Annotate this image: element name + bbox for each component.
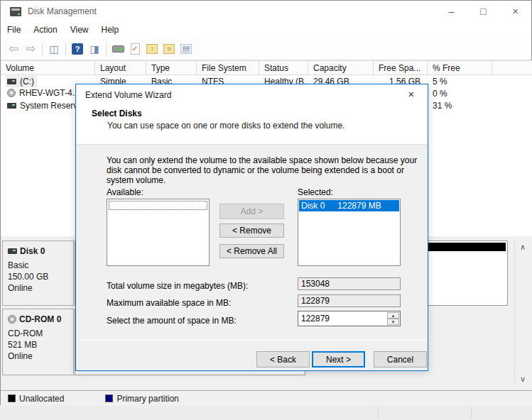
max-space-field: 122879 (298, 294, 401, 307)
forward-icon[interactable]: ⇨ (23, 42, 38, 56)
menu-bar: File Action View Help (1, 22, 531, 38)
cancel-button[interactable]: Cancel (374, 351, 427, 368)
available-listbox[interactable] (107, 199, 210, 266)
focus-rect (109, 201, 207, 210)
selected-disk-size: 122879 MB (337, 201, 381, 211)
max-space-label: Maximum available space in MB: (107, 298, 231, 308)
remove-all-button[interactable]: < Remove All (219, 244, 284, 258)
task-list-icon[interactable]: ▤ (180, 44, 192, 54)
spin-up-icon[interactable]: ▲ (387, 312, 399, 319)
cdrom-name: CD-ROM 0 (19, 314, 61, 325)
toolbar-separator (42, 43, 43, 55)
amount-value[interactable]: 122879 (301, 314, 330, 324)
disk0-name: Disk 0 (20, 245, 45, 257)
disk0-size: 150.00 GB (8, 271, 73, 282)
help-icon[interactable]: ? (72, 43, 83, 55)
column-header-blank (492, 61, 532, 74)
amount-spinner[interactable]: 122879 ▲ ▼ (298, 311, 401, 326)
menu-action[interactable]: Action (27, 23, 63, 37)
maximize-button[interactable]: □ (467, 1, 499, 22)
cell-pct-free: 0 % (428, 89, 492, 99)
menu-view[interactable]: View (64, 23, 95, 37)
volume-list-header: Volume Layout Type File System Status Ca… (1, 60, 532, 75)
minimize-button[interactable]: – (435, 1, 467, 22)
available-label: Available: (107, 187, 143, 197)
dialog-separator (76, 340, 428, 341)
legend-unallocated: Unallocated (19, 394, 64, 404)
legend-bar: Unallocated Primary partition (1, 390, 532, 406)
window-title: Disk Management (28, 6, 97, 16)
column-header-file-system[interactable]: File System (197, 61, 259, 74)
toolbar: ⇦ ⇨ ◫ ? ◨ ✓ ↑ ○ ▤ (1, 38, 531, 60)
cdrom-status: Online (8, 350, 73, 362)
primary-partition-swatch (105, 394, 113, 402)
unallocated-swatch (8, 394, 16, 402)
disk0-status: Online (8, 282, 73, 294)
back-icon[interactable]: ⇦ (6, 42, 21, 56)
volume-icon (7, 79, 16, 84)
remove-button[interactable]: < Remove (219, 223, 284, 238)
cd-volume-icon (7, 89, 16, 97)
next-button[interactable]: Next > (312, 351, 365, 368)
show-action-pane-icon[interactable]: ◨ (87, 42, 102, 56)
dialog-instruction: You can only extend the volume to the av… (107, 155, 418, 185)
dialog-close-icon[interactable]: × (404, 88, 418, 100)
column-header-pct-free[interactable]: % Free (428, 61, 492, 74)
column-header-layout[interactable]: Layout (95, 61, 146, 74)
dialog-subheading: You can use space on one or more disks t… (107, 121, 344, 131)
column-header-volume[interactable]: Volume (1, 61, 95, 74)
volume-icon (7, 103, 16, 109)
graph-scrollbar[interactable]: ∧ ∨ (514, 241, 531, 386)
dialog-heading: Select Disks (92, 109, 142, 118)
cdrom-label-panel[interactable]: CD-ROM 0 CD-ROM 521 MB Online (2, 309, 74, 375)
scroll-down-icon[interactable]: ∨ (515, 375, 531, 384)
add-button: Add > (219, 204, 284, 219)
disk0-type: Basic (8, 260, 73, 271)
cell-pct-free: 5 % (428, 77, 492, 87)
taskbar-divider (378, 407, 379, 419)
cdrom-size: 521 MB (8, 339, 73, 350)
total-size-label: Total volume size in megabytes (MB): (107, 281, 248, 291)
disk-icon (8, 248, 17, 254)
cell-pct-free: 31 % (428, 101, 492, 111)
check-task-icon[interactable]: ✓ (131, 43, 140, 55)
scroll-up-icon[interactable]: ∧ (515, 243, 531, 252)
folder-up-icon[interactable]: ↑ (146, 44, 158, 54)
volume-name: RHEV-WGT-4.1- (19, 88, 82, 98)
title-bar: Disk Management – □ × (1, 1, 531, 22)
cdrom-type: CD-ROM (8, 328, 73, 339)
toolbar-separator (106, 43, 107, 55)
total-size-field: 153048 (298, 277, 401, 290)
column-header-status[interactable]: Status (259, 61, 308, 74)
selected-label: Selected: (298, 187, 333, 197)
column-header-capacity[interactable]: Capacity (308, 61, 374, 74)
extend-volume-wizard-dialog: Extend Volume Wizard × Select Disks You … (75, 84, 428, 371)
column-header-type[interactable]: Type (146, 61, 197, 74)
selected-disk-name: Disk 0 (301, 201, 325, 211)
taskbar-divider (471, 407, 472, 419)
disk-properties-icon[interactable] (112, 45, 124, 52)
selected-listbox[interactable]: Disk 0 122879 MB (298, 199, 401, 266)
disk0-label-panel[interactable]: Disk 0 Basic 150.00 GB Online (2, 241, 74, 306)
folder-search-icon[interactable]: ○ (163, 44, 175, 54)
dialog-header: Extend Volume Wizard × Select Disks You … (76, 84, 428, 145)
disk-management-icon (10, 7, 21, 16)
back-button[interactable]: < Back (256, 351, 310, 368)
spin-down-icon[interactable]: ▼ (387, 319, 399, 325)
toolbar-separator (65, 43, 66, 55)
close-button[interactable]: × (499, 1, 531, 22)
dialog-title: Extend Volume Wizard (85, 90, 171, 100)
cd-icon (8, 315, 16, 324)
menu-help[interactable]: Help (95, 23, 126, 37)
column-header-free-space[interactable]: Free Spa... (374, 61, 428, 74)
disk-management-window: Disk Management – □ × File Action View H… (0, 0, 532, 405)
show-console-tree-icon[interactable]: ◫ (46, 42, 62, 56)
amount-label: Select the amount of space in MB: (107, 316, 237, 326)
taskbar-strip (0, 406, 532, 420)
legend-primary-partition: Primary partition (116, 394, 178, 404)
volume-name: (C:) (20, 77, 34, 87)
selected-disk-item[interactable]: Disk 0 122879 MB (299, 200, 399, 211)
menu-file[interactable]: File (1, 23, 27, 37)
